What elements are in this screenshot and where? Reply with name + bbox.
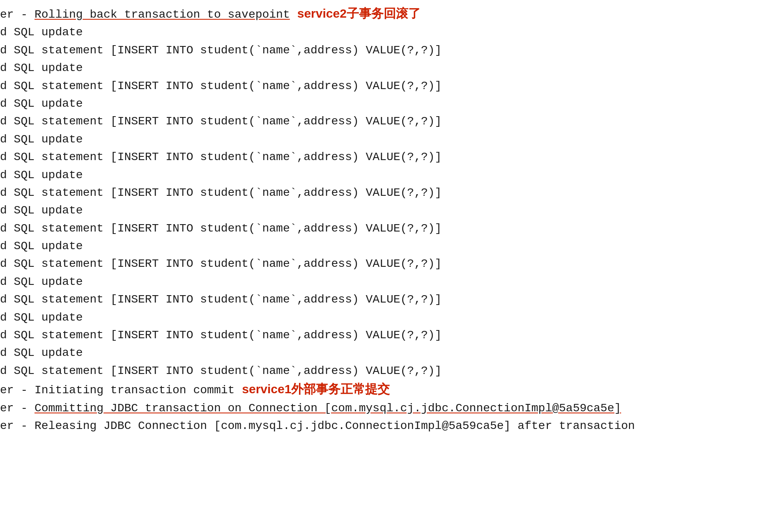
log-line: d SQL statement [INSERT INTO student(`na… <box>0 220 782 237</box>
log-text: er - Rolling back transaction to savepoi… <box>0 6 290 23</box>
log-line: er - Rolling back transaction to savepoi… <box>0 4 782 23</box>
log-text: d SQL statement [INSERT INTO student(`na… <box>0 326 442 344</box>
log-text: d SQL statement [INSERT INTO student(`na… <box>0 41 442 59</box>
log-container: er - Rolling back transaction to savepoi… <box>0 4 782 532</box>
log-line: d SQL update <box>0 237 782 255</box>
log-line: d SQL statement [INSERT INTO student(`na… <box>0 255 782 273</box>
log-line: er - Releasing JDBC Connection [com.mysq… <box>0 417 782 435</box>
log-text: d SQL update <box>0 202 83 219</box>
log-text: d SQL statement [INSERT INTO student(`na… <box>0 220 442 237</box>
log-text: d SQL update <box>0 344 83 362</box>
log-line: d SQL statement [INSERT INTO student(`na… <box>0 112 782 130</box>
log-line: d SQL update <box>0 344 782 362</box>
log-text: d SQL update <box>0 166 83 184</box>
log-text: er - Initiating transaction commit <box>0 381 235 399</box>
log-line: er - Committing JDBC transaction on Conn… <box>0 399 782 417</box>
log-text: d SQL statement [INSERT INTO student(`na… <box>0 184 442 202</box>
log-text: d SQL statement [INSERT INTO student(`na… <box>0 362 442 380</box>
log-line: d SQL update <box>0 309 782 326</box>
log-text: d SQL update <box>0 23 83 41</box>
log-text: er - Committing JDBC transaction on Conn… <box>0 399 621 417</box>
log-line: d SQL update <box>0 131 782 148</box>
log-text: d SQL update <box>0 59 83 77</box>
annotation-label: service2子事务回滚了 <box>297 4 421 23</box>
log-text: d SQL update <box>0 273 83 291</box>
log-text: d SQL statement [INSERT INTO student(`na… <box>0 255 442 273</box>
log-text: d SQL statement [INSERT INTO student(`na… <box>0 291 442 308</box>
log-text: er - Releasing JDBC Connection [com.mysq… <box>0 417 635 435</box>
log-line: d SQL update <box>0 202 782 219</box>
log-line: d SQL update <box>0 23 782 41</box>
log-text: d SQL statement [INSERT INTO student(`na… <box>0 112 442 130</box>
log-line: d SQL statement [INSERT INTO student(`na… <box>0 291 782 308</box>
log-line: d SQL statement [INSERT INTO student(`na… <box>0 326 782 344</box>
log-text: d SQL statement [INSERT INTO student(`na… <box>0 148 442 166</box>
log-text: d SQL update <box>0 309 83 326</box>
log-text: d SQL statement [INSERT INTO student(`na… <box>0 77 442 95</box>
log-line: er - Initiating transaction commitservic… <box>0 380 782 399</box>
log-line: d SQL statement [INSERT INTO student(`na… <box>0 41 782 59</box>
log-line: d SQL update <box>0 273 782 291</box>
log-line: d SQL statement [INSERT INTO student(`na… <box>0 148 782 166</box>
log-line: d SQL update <box>0 166 782 184</box>
log-line: d SQL update <box>0 59 782 77</box>
log-line: d SQL statement [INSERT INTO student(`na… <box>0 77 782 95</box>
log-line: d SQL statement [INSERT INTO student(`na… <box>0 362 782 380</box>
annotation-label: service1外部事务正常提交 <box>242 380 390 399</box>
log-line: d SQL statement [INSERT INTO student(`na… <box>0 184 782 202</box>
log-text: d SQL update <box>0 237 83 255</box>
log-text: d SQL update <box>0 131 83 148</box>
log-line: d SQL update <box>0 95 782 112</box>
log-text: d SQL update <box>0 95 83 112</box>
